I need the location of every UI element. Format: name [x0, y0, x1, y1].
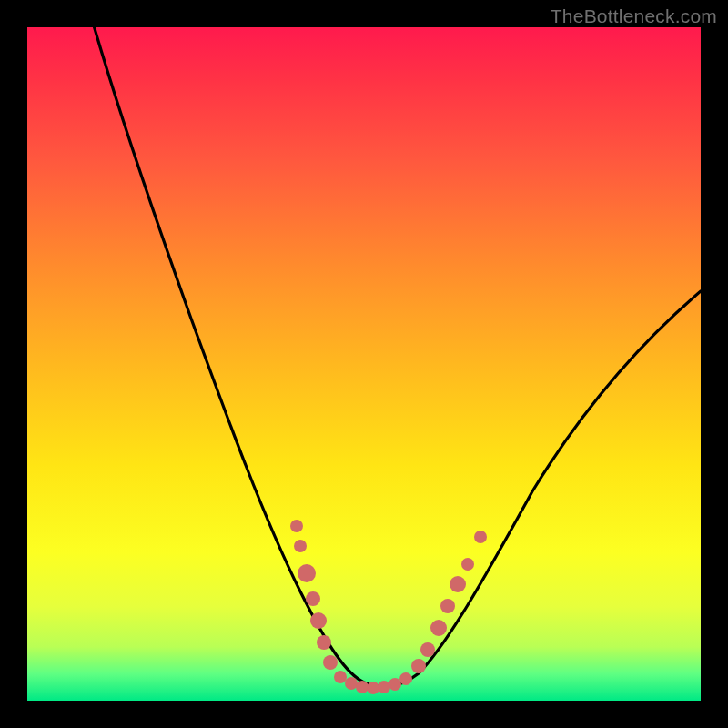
- svg-point-13: [399, 672, 412, 685]
- svg-point-14: [411, 659, 426, 673]
- svg-point-6: [323, 655, 338, 670]
- dots-valley-floor: [334, 671, 412, 694]
- svg-point-12: [389, 678, 401, 691]
- svg-point-9: [356, 681, 369, 693]
- curve-layer: [27, 27, 701, 701]
- svg-point-19: [461, 558, 474, 571]
- bottleneck-curve: [86, 27, 701, 687]
- watermark-text: TheBottleneck.com: [551, 5, 717, 27]
- svg-point-8: [345, 677, 358, 690]
- plot-area: [27, 27, 701, 701]
- svg-point-15: [420, 642, 435, 657]
- svg-point-17: [440, 599, 455, 613]
- svg-point-5: [317, 635, 331, 650]
- svg-point-16: [430, 620, 447, 636]
- dots-right-cluster: [411, 531, 487, 673]
- svg-point-0: [290, 520, 303, 532]
- svg-point-18: [450, 576, 466, 592]
- svg-point-1: [294, 540, 307, 552]
- svg-point-20: [474, 531, 487, 543]
- svg-point-7: [334, 671, 347, 683]
- svg-point-11: [378, 681, 390, 693]
- outer-frame: TheBottleneck.com: [0, 0, 728, 728]
- svg-point-10: [367, 682, 379, 694]
- svg-point-2: [298, 564, 316, 582]
- svg-point-4: [310, 612, 327, 629]
- svg-point-3: [306, 592, 320, 606]
